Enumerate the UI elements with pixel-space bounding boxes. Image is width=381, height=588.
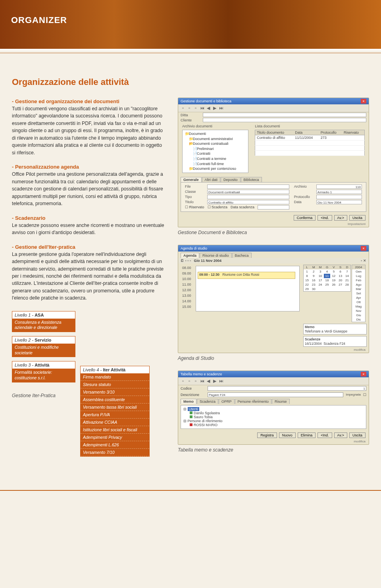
win2-tabs[interactable]: Agenda Risorse di studio Bacheca [181, 253, 366, 258]
event-block[interactable]: 09:00 - 12:30 Riunione con Ditta Rossi [198, 272, 295, 279]
lead-1: - Gestione ed organizzazione dei documen… [12, 98, 119, 104]
tree-persone: Persone di riferimento [188, 419, 223, 423]
btn-conferma[interactable]: Conferma [294, 215, 316, 221]
input-data[interactable]: Gio 11 Nov 2004 [316, 200, 362, 204]
btn-uscita[interactable]: Uscita [349, 215, 366, 221]
col-protocollo: Protocollo [319, 130, 342, 135]
win2-title: Agenda di studio [181, 246, 207, 250]
btn-av[interactable]: Av.> [334, 432, 347, 438]
tab-altri-dati[interactable]: Altri dati [202, 177, 221, 182]
input-codice[interactable]: 1 [208, 386, 366, 391]
l2-body: Costituzioni e modifiche societarie [12, 344, 75, 357]
lead-3: - Scadenzario [12, 215, 46, 221]
win1-toolbar[interactable]: ▫▫▫ ⏮◀▶⏭ [178, 104, 369, 112]
lead-4: - Gestione dell'Iter-pratica [12, 244, 75, 250]
hier-item: Versamento 3/10 [81, 388, 149, 396]
link-modifica[interactable]: modifica [178, 440, 369, 444]
btn-ind[interactable]: <Ind. [318, 432, 332, 438]
memo-sidebox: Memo Telefonare a Verdi Giuseppe [303, 324, 367, 334]
input-titolo[interactable]: Contratto di affitto [207, 200, 289, 204]
memo-tree[interactable]: ⊟ Utenti Danilo Sgolastra Sauro Tobia ⊟ … [181, 405, 366, 429]
para-personalizzazione: - Personalizzazione agenda Office Pilot … [12, 163, 167, 207]
label-codice: Codice [181, 386, 205, 390]
l1-body: Consulenza e Assistenza aziendale e dire… [12, 319, 75, 332]
caption-3: Tabella memo e scadenze [178, 447, 369, 453]
tab-deposito[interactable]: Deposito [221, 177, 241, 182]
tab-persone[interactable]: Persone riferimento [235, 399, 272, 404]
l3-bold: Attività [35, 363, 49, 367]
label-lista: Lista documenti [252, 123, 367, 129]
btn-ind[interactable]: <Ind. [318, 215, 332, 221]
l4-bold: Iter Attività [103, 367, 125, 372]
close-icon[interactable]: × [361, 99, 366, 104]
tab-scadenza[interactable]: Scadenza [197, 399, 218, 404]
month-list[interactable]: 2004GenLugFebAgoMarSetAprOttMagNovGiuDic [352, 265, 366, 322]
hier-item: Attivazione CCIAA [81, 419, 149, 426]
body-3: Le scadenze possono essere anche ricorre… [12, 223, 164, 235]
top-divider [0, 53, 381, 53]
link-modifica[interactable]: modifica [178, 348, 369, 353]
hier-level-1: Livello 1 - ASA Consulenza e Assistenza … [12, 311, 75, 332]
body-2: Office Pilot permette una gestione perso… [12, 171, 163, 206]
tree-n2a: Preliminari [197, 147, 214, 151]
input-protocollo[interactable] [316, 195, 362, 199]
label-data-scad: Data scadenza [231, 205, 254, 209]
tab-agenda[interactable]: Agenda [181, 253, 199, 258]
btn-nuovo[interactable]: Nuovo [279, 432, 296, 438]
user-1: Danilo Sgolastra [194, 411, 220, 415]
hier-item: Assemblea costituente [81, 396, 149, 404]
input-file[interactable] [207, 184, 289, 189]
user-2: Sauro Tobia [194, 415, 213, 419]
win3-tabs[interactable]: Memo Scadenza OPRP Persone riferimento R… [181, 399, 366, 404]
nav-last-icon: ⏭ [219, 106, 223, 111]
top-banner: ORGANIZER [0, 0, 381, 50]
tab-oprp[interactable]: OPRP [219, 399, 235, 404]
tab-risorse[interactable]: Risorse di studio [200, 253, 232, 258]
l3-head: Livello 3 - [15, 363, 35, 367]
chk-scadenza[interactable]: Scadenza [212, 205, 227, 209]
agenda-tools-icon[interactable]: ▫ ✕ [361, 259, 366, 263]
event-area[interactable]: 09:00 - 12:30 Riunione con Ditta Rossi [196, 266, 300, 311]
check-impegnata[interactable]: ☐ [363, 393, 366, 397]
label-tipo: Tipo [185, 195, 206, 199]
input-classe[interactable]: Documenti contrattuali [207, 190, 289, 194]
nav-prev-icon: ◀ [206, 106, 211, 111]
tree-n3: Documenti per contenzioso [193, 167, 236, 171]
input-archivio[interactable]: 110 [316, 184, 362, 189]
caption-2: Agenda di Studio [178, 355, 369, 361]
l2-bold: Servizio [35, 338, 51, 342]
table-documenti[interactable]: Titolo documento Data Protocollo Riserva… [255, 130, 365, 156]
tab-memo[interactable]: Memo [181, 399, 196, 404]
tab-biblioteca[interactable]: Biblioteca [241, 177, 262, 182]
input-data-scad[interactable] [258, 205, 289, 209]
input-descrizione[interactable]: Pagare F24 [208, 392, 343, 397]
input-ditta[interactable] [203, 113, 366, 117]
tree-utenti: Utenti [188, 407, 200, 411]
btn-registra[interactable]: Registra [257, 432, 277, 438]
caption-1: Gestione Documenti e Biblioteca [178, 230, 369, 235]
tree-archivio[interactable]: 📁Documenti 📁Documenti amministrativi 📂Do… [182, 130, 248, 173]
btn-uscita[interactable]: Uscita [349, 432, 366, 438]
btn-elimina[interactable]: Elimina [298, 432, 316, 438]
win1-tabs[interactable]: Generale Altri dati Deposito Biblioteca [181, 177, 366, 182]
label-form-archivio: Archivio [294, 184, 315, 188]
tab-risorse[interactable]: Risorse [272, 399, 290, 404]
input-tipo[interactable] [207, 195, 289, 199]
tree-n2b: Contratti [197, 152, 210, 156]
input-cliente[interactable] [203, 118, 366, 122]
month-calendar[interactable]: LMMGVSD123456789101112131415161718192021… [303, 265, 351, 292]
win3-toolbar[interactable]: ▫▫▫⏮◀▶⏭ [178, 377, 369, 385]
close-icon[interactable]: × [361, 246, 366, 251]
banner-title: ORGANIZER [11, 15, 67, 25]
btn-av[interactable]: Av.> [334, 215, 347, 221]
save-icon: ▫ [193, 106, 198, 111]
tab-generale[interactable]: Generale [181, 177, 202, 182]
tab-bacheca[interactable]: Bacheca [232, 253, 252, 258]
table-row[interactable]: Contratto di affitto 11/11/2004 273 [255, 135, 365, 140]
chk-riservato[interactable]: Riservato [189, 205, 204, 209]
hier-item: Istituzione libri sociali e fiscali [81, 426, 149, 434]
link-impostazioni[interactable]: Impostazioni [178, 222, 369, 227]
close-icon[interactable]: × [361, 372, 366, 377]
input-armadio[interactable]: Armadio 1 [316, 190, 362, 194]
hier-item: Versamento 7/10 [81, 449, 149, 456]
